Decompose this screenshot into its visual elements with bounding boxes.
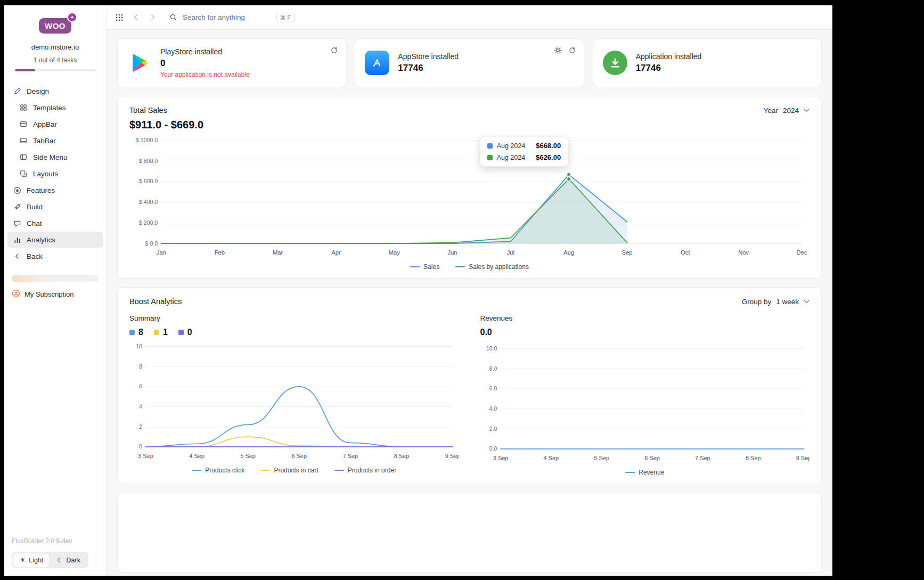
group-by-select[interactable]: Group by 1 week [742, 298, 809, 306]
legend-line-swatch [192, 470, 201, 471]
my-subscription-label: My Subscription [24, 290, 73, 298]
moon-icon: ☾ [57, 556, 63, 564]
bar-chart-icon [13, 235, 21, 244]
sidebar-item-features[interactable]: Features [7, 182, 103, 198]
svg-text:2: 2 [139, 424, 142, 430]
playstore-title: PlayStore installed [160, 47, 250, 56]
tooltip-row: Aug 2024 $668.00 [487, 142, 561, 150]
sidebar-item-label: Layouts [33, 170, 58, 178]
app-version: FluxBuilder 2.0.9-dev [12, 537, 72, 545]
sidebar-item-back[interactable]: Back [7, 248, 103, 264]
sidebar-item-build[interactable]: Build [7, 199, 103, 215]
legend-item: Products in order [334, 467, 396, 474]
count-swatch [178, 330, 184, 335]
nav-back-icon[interactable] [132, 13, 140, 21]
svg-text:7 Sep: 7 Sep [343, 453, 358, 459]
boost-analytics-panel: Boost Analytics Group by 1 week Summary [117, 287, 822, 484]
legend-line-swatch [334, 470, 344, 471]
tooltip-value: $668.00 [536, 142, 561, 150]
logo-wrap: WOO ✦ [39, 18, 71, 34]
search-icon [169, 13, 177, 21]
search-input[interactable] [182, 13, 272, 22]
legend-label: Products in order [348, 467, 396, 474]
svg-text:6: 6 [139, 383, 142, 389]
svg-text:Jan: Jan [157, 249, 166, 256]
theme-light-button[interactable]: ☀ Light [13, 553, 50, 567]
legend-label: Products in cart [274, 467, 318, 474]
chevron-left-icon [13, 252, 21, 260]
sidebar-item-label: Chat [27, 219, 42, 227]
revenues-title: Revenues [480, 314, 810, 322]
svg-text:8.0: 8.0 [489, 366, 497, 372]
total-sales-chart: $ 0.0$ 200.0$ 400.0$ 600.0$ 800.0$ 1000.… [129, 135, 809, 259]
svg-text:$ 400.0: $ 400.0 [139, 199, 158, 205]
theme-light-label: Light [29, 557, 43, 564]
svg-text:Jun: Jun [448, 249, 457, 256]
sidebar-item-label: Design [27, 87, 49, 95]
app-window: WOO ✦ demo.mstore.io 1 out of 4 tasks De… [4, 5, 832, 576]
legend-line-swatch [625, 472, 635, 473]
side-menu-icon [19, 153, 28, 161]
application-value: 17746 [636, 63, 702, 73]
count-value: 8 [138, 328, 143, 337]
sidebar-item-chat[interactable]: Chat [7, 215, 103, 231]
svg-text:0.0: 0.0 [489, 446, 497, 452]
sidebar-item-analytics[interactable]: Analytics [7, 232, 103, 248]
download-circle-icon [603, 51, 627, 75]
pencil-icon [13, 87, 21, 95]
appbar-icon [19, 120, 28, 128]
revenues-section: Revenues 0.0 0.02.04.06.08.010.03 Sep4 S… [480, 314, 810, 476]
sidebar-item-label: Templates [33, 104, 66, 112]
legend-line-swatch [455, 266, 465, 267]
sidebar-item-templates[interactable]: Templates [7, 100, 103, 116]
sidebar-item-design[interactable]: Design [7, 83, 103, 99]
svg-text:$ 800.0: $ 800.0 [139, 158, 158, 164]
site-name: demo.mstore.io [4, 43, 106, 51]
svg-text:5 Sep: 5 Sep [594, 455, 609, 461]
total-sales-range: $911.0 - $669.0 [129, 119, 809, 131]
gear-icon[interactable] [554, 46, 562, 56]
svg-text:Sep: Sep [622, 249, 633, 256]
svg-text:8 Sep: 8 Sep [394, 453, 410, 459]
appstore-value: 17746 [398, 63, 459, 73]
sidebar-item-tabbar[interactable]: TabBar [7, 133, 103, 149]
refresh-icon[interactable] [330, 46, 338, 56]
sidebar-item-layouts[interactable]: Layouts [7, 166, 103, 182]
tooltip-label: Aug 2024 [497, 142, 526, 150]
playstore-icon [127, 52, 152, 73]
count-item: 1 [154, 328, 168, 337]
nav-forward-icon[interactable] [149, 13, 157, 21]
sidebar-menu: Design Templates AppBar TabBar Side Menu… [4, 83, 106, 264]
count-value: 0 [187, 328, 192, 337]
my-subscription-link[interactable]: My Subscription [12, 289, 99, 299]
legend-label: Products click [205, 467, 244, 474]
svg-text:10.0: 10.0 [486, 346, 497, 352]
theme-dark-button[interactable]: ☾ Dark [50, 553, 87, 567]
svg-text:Oct: Oct [681, 249, 690, 256]
svg-text:7 Sep: 7 Sep [695, 455, 710, 461]
sidebar: WOO ✦ demo.mstore.io 1 out of 4 tasks De… [4, 5, 107, 576]
tooltip-row: Aug 2024 $626.00 [487, 153, 561, 161]
legend-label: Revenue [639, 469, 664, 476]
refresh-icon[interactable] [568, 46, 576, 56]
rocket-icon [13, 202, 21, 211]
series-swatch [487, 143, 493, 149]
total-sales-legend: Sales Sales by applications [129, 263, 809, 271]
apps-grid-icon[interactable] [115, 13, 124, 22]
sidebar-item-appbar[interactable]: AppBar [7, 116, 103, 132]
svg-text:3 Sep: 3 Sep [493, 455, 508, 461]
revenues-value: 0.0 [480, 328, 810, 337]
sidebar-item-label: AppBar [33, 120, 57, 128]
legend-item: Revenue [625, 469, 664, 476]
sidebar-item-label: Features [27, 186, 55, 194]
total-sales-title: Total Sales [129, 106, 167, 115]
playstore-note: Your application is not available [160, 71, 250, 78]
year-select[interactable]: Year 2024 [764, 107, 809, 115]
chevron-down-icon [804, 299, 809, 304]
revenues-chart-svg: 0.02.04.06.08.010.03 Sep4 Sep5 Sep6 Sep7… [480, 344, 810, 464]
svg-text:6 Sep: 6 Sep [291, 453, 307, 459]
content: PlayStore installed 0 Your application i… [107, 30, 832, 576]
tooltip-value: $626.00 [536, 153, 561, 161]
sidebar-item-side-menu[interactable]: Side Menu [7, 149, 103, 165]
legend-item: Sales [410, 263, 439, 271]
